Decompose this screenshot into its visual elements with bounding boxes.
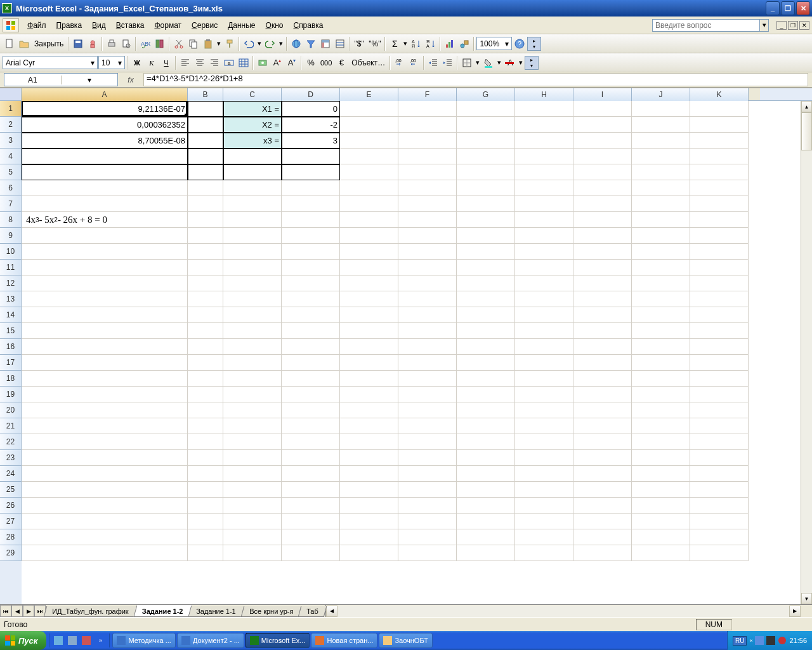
fill-color-dropdown[interactable]: ▾: [496, 58, 502, 67]
menu-Правка[interactable]: Правка: [51, 19, 88, 32]
col-header-I[interactable]: I: [573, 88, 632, 101]
row-header-21[interactable]: 21: [0, 418, 22, 434]
row-header-1[interactable]: 1: [0, 101, 22, 117]
col-header-K[interactable]: K: [690, 88, 749, 101]
row-header-20[interactable]: 20: [0, 402, 22, 418]
row-header-27[interactable]: 27: [0, 514, 22, 529]
row-header-26[interactable]: 26: [0, 498, 22, 514]
list-button[interactable]: [333, 37, 347, 51]
row-header-4[interactable]: 4: [0, 149, 22, 164]
start-button[interactable]: Пуск: [0, 631, 46, 650]
sheet-tab-4[interactable]: Таб: [298, 606, 327, 617]
menu-Данные[interactable]: Данные: [223, 19, 260, 32]
tray-icon-3[interactable]: [778, 636, 787, 645]
sheet-tab-2[interactable]: Задание 1-1: [188, 606, 244, 617]
redo-button[interactable]: [263, 37, 277, 51]
increase-decimal-button[interactable]: ,00: [393, 56, 407, 70]
row-header-28[interactable]: 28: [0, 529, 22, 545]
open-button[interactable]: [17, 37, 31, 51]
vertical-scroll-thumb[interactable]: [801, 112, 812, 150]
menu-Формат[interactable]: Формат: [149, 19, 187, 32]
autosum-button[interactable]: Σ: [388, 37, 402, 51]
help-search-input[interactable]: [652, 19, 760, 32]
spelling-button[interactable]: ABC: [138, 37, 152, 51]
select-all-corner[interactable]: [0, 88, 22, 101]
toolbar-options-button[interactable]: ▸▾: [527, 37, 541, 51]
ql-item-1[interactable]: [52, 633, 65, 647]
cell-A1[interactable]: 9,21136E-07: [22, 101, 188, 117]
comma-style-button[interactable]: 000: [318, 56, 334, 70]
col-header-A[interactable]: A: [22, 88, 188, 101]
currency-button[interactable]: [256, 56, 270, 70]
help-search-dropdown[interactable]: ▾: [760, 19, 769, 32]
cell-D2[interactable]: -2: [282, 117, 340, 133]
task-button-2[interactable]: Microsoft Ex...: [246, 633, 310, 648]
tray-more[interactable]: «: [749, 637, 752, 644]
doc-restore-button[interactable]: ❐: [788, 21, 798, 30]
cell-A3[interactable]: 8,70055E-08: [22, 133, 188, 149]
row-header-10[interactable]: 10: [0, 244, 22, 260]
align-center-button[interactable]: [193, 56, 207, 70]
row-header-15[interactable]: 15: [0, 323, 22, 339]
row-header-24[interactable]: 24: [0, 466, 22, 482]
borders-button[interactable]: [460, 56, 474, 70]
cells-area[interactable]: 9,21136E-070,0003623528,70055E-08X1 =X2 …: [22, 101, 801, 604]
percent-button[interactable]: %: [304, 56, 318, 70]
paste-dropdown[interactable]: ▾: [216, 39, 222, 48]
euro-button[interactable]: €: [334, 56, 348, 70]
font-name-combo[interactable]: Arial Cyr▾: [3, 56, 98, 69]
row-header-25[interactable]: 25: [0, 482, 22, 498]
scroll-down-button[interactable]: ▼: [801, 593, 812, 604]
horizontal-scrollbar[interactable]: ◀ ▶: [325, 605, 801, 617]
menu-Вид[interactable]: Вид: [87, 19, 111, 32]
row-header-8[interactable]: 8: [0, 212, 22, 228]
col-header-D[interactable]: D: [282, 88, 340, 101]
new-button[interactable]: [3, 37, 16, 51]
paste-button[interactable]: [201, 37, 215, 51]
close-button[interactable]: ✕: [796, 1, 810, 15]
font-color-dropdown[interactable]: ▾: [518, 58, 524, 67]
sort-desc-button[interactable]: ЯА: [424, 37, 438, 51]
ql-item-2[interactable]: [66, 633, 79, 647]
row-header-6[interactable]: 6: [0, 180, 22, 196]
hyperlink-button[interactable]: [289, 37, 303, 51]
undo-button[interactable]: [242, 37, 256, 51]
row-header-29[interactable]: 29: [0, 545, 22, 561]
clock[interactable]: 21:56: [789, 637, 807, 644]
sort-asc-button[interactable]: АЯ: [409, 37, 423, 51]
task-button-0[interactable]: Методичка ...: [112, 633, 176, 648]
sheet-tab-1[interactable]: Задание 1-2: [133, 605, 192, 617]
row-header-19[interactable]: 19: [0, 387, 22, 402]
tray-icon-1[interactable]: [755, 636, 764, 645]
office-logo-icon[interactable]: [3, 18, 19, 32]
autofilter-button[interactable]: [304, 37, 318, 51]
menu-Сервис[interactable]: Сервис: [187, 19, 223, 32]
bold-button[interactable]: Ж: [130, 56, 144, 70]
cut-button[interactable]: [172, 37, 186, 51]
increase-indent-button[interactable]: [441, 56, 455, 70]
print-button[interactable]: [105, 37, 119, 51]
name-box[interactable]: A1▾: [4, 73, 118, 86]
toolbar-options-button-2[interactable]: ▸▾: [525, 56, 539, 70]
row-header-13[interactable]: 13: [0, 291, 22, 307]
row-header-2[interactable]: 2: [0, 117, 22, 133]
vertical-scrollbar[interactable]: ▲ ▼: [801, 101, 812, 604]
row-header-7[interactable]: 7: [0, 196, 22, 212]
percent-style-button[interactable]: "%": [367, 37, 383, 51]
menu-Справка[interactable]: Справка: [288, 19, 328, 32]
decrease-decimal-button[interactable]: ,00: [407, 56, 421, 70]
ql-item-3[interactable]: [80, 633, 93, 647]
row-header-14[interactable]: 14: [0, 307, 22, 323]
redo-dropdown[interactable]: ▾: [278, 39, 284, 48]
doc-minimize-button[interactable]: _: [776, 21, 787, 30]
language-indicator[interactable]: RU: [733, 636, 747, 646]
borders-dropdown[interactable]: ▾: [475, 58, 481, 67]
research-button[interactable]: [153, 37, 167, 51]
task-button-1[interactable]: Документ2 - ...: [177, 633, 244, 648]
row-header-16[interactable]: 16: [0, 339, 22, 355]
underline-button[interactable]: Ч: [159, 56, 173, 70]
scroll-up-button[interactable]: ▲: [801, 101, 812, 112]
row-header-18[interactable]: 18: [0, 371, 22, 387]
autosum-dropdown[interactable]: ▾: [402, 39, 409, 48]
scroll-right-button[interactable]: ▶: [789, 606, 801, 617]
